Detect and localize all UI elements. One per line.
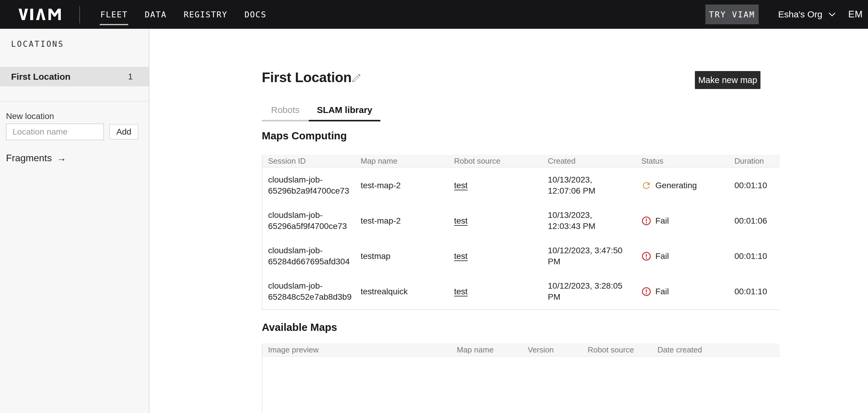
- new-location-label: New location: [6, 112, 54, 121]
- sidebar-divider: [0, 101, 149, 101]
- location-name: First Location: [11, 71, 70, 82]
- tab-slam-library[interactable]: SLAM library: [309, 105, 380, 121]
- pencil-icon: [351, 72, 362, 83]
- map-name: test-map-2: [355, 180, 448, 191]
- arrow-right-icon: →: [57, 152, 66, 164]
- col-robot-source: Robot source: [582, 345, 652, 355]
- nav-divider: [80, 6, 80, 23]
- map-name: testrealquick: [355, 286, 448, 297]
- available-maps-table: Image preview Map name Version Robot sou…: [262, 344, 780, 357]
- status-badge: Fail: [636, 286, 729, 297]
- col-duration: Duration: [729, 156, 780, 166]
- duration: 00:01:10: [729, 180, 780, 191]
- duration: 00:01:10: [729, 251, 780, 262]
- status-badge: Generating: [636, 180, 729, 191]
- col-session-id: Session ID: [262, 156, 355, 166]
- top-nav: VIAM FLEET DATA REGISTRY DOCS TRY VIAM E…: [0, 0, 868, 29]
- map-name: testmap: [355, 251, 448, 262]
- map-name: test-map-2: [355, 215, 448, 227]
- error-icon: [641, 287, 651, 297]
- viam-logo[interactable]: VIAM: [19, 9, 61, 20]
- nav-item-docs[interactable]: DOCS: [244, 8, 267, 21]
- col-map-name: Map name: [355, 156, 448, 166]
- new-location-input[interactable]: [6, 123, 104, 140]
- table-row: cloudslam-job-652848c52e7ab8d3b9 testrea…: [262, 274, 780, 309]
- created-timestamp: 10/13/2023, 12:03:43 PM: [542, 210, 636, 232]
- robot-source-link[interactable]: test: [454, 181, 468, 190]
- locations-section-label: LOCATIONS: [11, 39, 64, 49]
- nav-item-data[interactable]: DATA: [144, 8, 167, 21]
- session-id: cloudslam-job-652848c52e7ab8d3b9: [262, 281, 355, 303]
- status-label: Fail: [655, 251, 669, 262]
- col-robot-source: Robot source: [448, 156, 542, 166]
- error-icon: [641, 251, 651, 261]
- robot-source-link[interactable]: test: [454, 216, 468, 226]
- status-label: Fail: [655, 215, 669, 227]
- col-status: Status: [636, 156, 729, 166]
- session-id: cloudslam-job-65296b2a9f4700ce73: [262, 174, 355, 197]
- fragments-link[interactable]: Fragments →: [6, 152, 66, 164]
- created-timestamp: 10/13/2023, 12:07:06 PM: [542, 174, 636, 197]
- chevron-down-icon: [828, 12, 836, 17]
- maps-computing-heading: Maps Computing: [262, 130, 347, 142]
- col-image-preview: Image preview: [262, 345, 451, 355]
- locations-sidebar: LOCATIONS First Location 1 New location …: [0, 29, 150, 413]
- maps-computing-table: Session ID Map name Robot source Created…: [262, 155, 780, 310]
- maps-computing-body: cloudslam-job-65296b2a9f4700ce73 test-ma…: [262, 168, 780, 310]
- page-title: First Location: [262, 69, 352, 85]
- status-badge: Fail: [636, 251, 729, 262]
- available-maps-header-row: Image preview Map name Version Robot sou…: [262, 344, 780, 357]
- edit-location-name-button[interactable]: [350, 71, 363, 85]
- available-maps-empty-body: [262, 357, 780, 413]
- org-name: Esha's Org: [778, 9, 822, 20]
- status-label: Fail: [655, 286, 669, 297]
- user-menu[interactable]: EM: [848, 0, 863, 29]
- fragments-label: Fragments: [6, 152, 52, 164]
- col-created: Created: [542, 156, 636, 166]
- org-switcher[interactable]: Esha's Org: [778, 0, 836, 29]
- nav-item-registry[interactable]: REGISTRY: [183, 8, 228, 21]
- refresh-icon: [641, 180, 651, 190]
- table-row: cloudslam-job-65296b2a9f4700ce73 test-ma…: [262, 168, 780, 203]
- maps-computing-header-row: Session ID Map name Robot source Created…: [262, 155, 780, 168]
- tab-bar: Robots SLAM library: [262, 105, 380, 121]
- viam-logo-icon: [19, 9, 61, 20]
- col-date-created: Date created: [652, 345, 780, 355]
- nav-menu: FLEET DATA REGISTRY DOCS: [100, 0, 267, 29]
- add-location-button[interactable]: Add: [109, 124, 138, 140]
- created-timestamp: 10/12/2023, 3:28:05 PM: [542, 281, 636, 303]
- session-id: cloudslam-job-65296a5f9f4700ce73: [262, 210, 355, 232]
- try-viam-button[interactable]: TRY VIAM: [705, 4, 759, 24]
- error-icon: [641, 216, 651, 226]
- nav-item-fleet[interactable]: FLEET: [100, 8, 128, 21]
- sidebar-item-first-location[interactable]: First Location 1: [0, 67, 149, 86]
- table-row: cloudslam-job-65284d667695afd304 testmap…: [262, 239, 780, 274]
- make-new-map-button[interactable]: Make new map: [695, 71, 761, 89]
- robot-source-link[interactable]: test: [454, 287, 468, 296]
- duration: 00:01:06: [729, 215, 780, 227]
- available-maps-heading: Available Maps: [262, 321, 337, 333]
- tab-robots[interactable]: Robots: [262, 105, 309, 121]
- robot-source-link[interactable]: test: [454, 252, 468, 261]
- created-timestamp: 10/12/2023, 3:47:50 PM: [542, 245, 636, 267]
- col-map-name: Map name: [451, 345, 522, 355]
- status-badge: Fail: [636, 215, 729, 227]
- session-id: cloudslam-job-65284d667695afd304: [262, 245, 355, 267]
- status-label: Generating: [655, 180, 697, 191]
- location-count-badge: 1: [128, 72, 133, 82]
- table-row: cloudslam-job-65296a5f9f4700ce73 test-ma…: [262, 203, 780, 239]
- duration: 00:01:10: [729, 286, 780, 297]
- col-version: Version: [522, 345, 582, 355]
